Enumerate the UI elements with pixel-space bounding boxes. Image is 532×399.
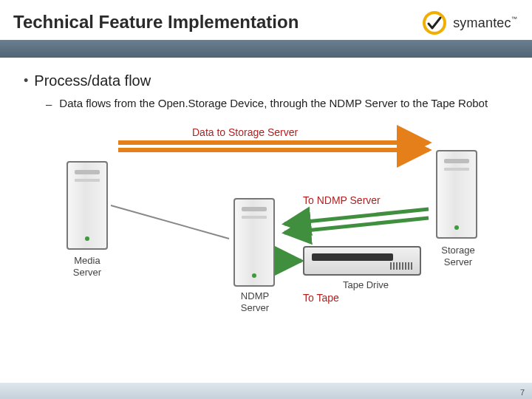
svg-line-4 [284,218,429,233]
label-storage-server: StorageServer [429,245,488,267]
label-ndmp-server: NDMPServer [222,290,288,313]
tape-drive-icon [303,246,421,276]
storage-server-icon [436,150,477,239]
brand-tm: ™ [511,16,517,22]
sub-bullet-1-text: Data flows from the Open.Storage Device,… [59,97,488,109]
bullet-dot-icon: • [24,72,28,89]
label-tape-drive: Tape Drive [332,279,399,291]
symantec-logo-icon [422,10,447,35]
brand-name-text: symantec [453,16,511,30]
svg-line-3 [284,209,429,224]
brand-logo: symantec™ [419,7,520,38]
page-number: 7 [520,388,525,397]
dash-icon: – [46,97,52,112]
flow-label-to-storage: Data to Storage Server [192,126,298,138]
svg-point-0 [424,13,445,33]
flow-label-to-ndmp: To NDMP Server [303,194,381,206]
label-media-server: MediaServer [59,255,115,278]
bullet-1-text: Process/data flow [34,72,151,89]
slide-body: • Process/data flow – Data flows from th… [0,68,532,377]
header: Technical Feature Implementation symante… [0,0,532,58]
brand-name: symantec™ [453,16,517,31]
dataflow-diagram: Data to Storage Server To NDMP Server To… [37,120,495,313]
slide-title: Technical Feature Implementation [13,12,299,33]
footer-band: 7 [0,383,532,399]
media-server-icon [66,161,108,250]
svg-line-6 [111,205,229,239]
sub-bullet-1: – Data flows from the Open.Storage Devic… [46,97,519,112]
flow-label-to-tape: To Tape [303,292,339,304]
slide: Technical Feature Implementation symante… [0,0,532,399]
header-band [0,40,532,58]
bullet-1: • Process/data flow [24,72,519,89]
ndmp-server-icon [233,198,275,287]
